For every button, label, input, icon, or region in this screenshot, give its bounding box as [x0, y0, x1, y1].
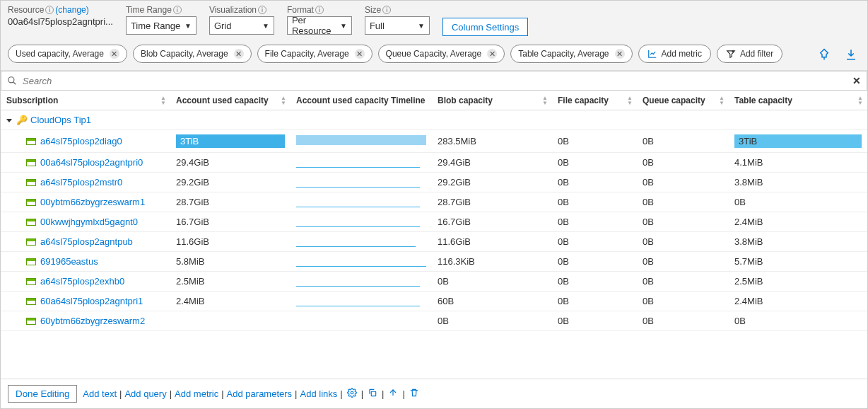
add-metric-link[interactable]: Add metric	[175, 388, 218, 399]
storage-icon	[26, 219, 36, 226]
col-file[interactable]: File capacity▲▼	[552, 91, 637, 110]
remove-pill-button[interactable]: ✕	[487, 49, 497, 59]
visualization-select[interactable]: Grid▼	[209, 16, 274, 35]
remove-pill-button[interactable]: ✕	[110, 49, 119, 59]
resource-cell[interactable]: 60a64sl75plosp2agntpri1	[6, 296, 165, 306]
pill-label: Table Capacity, Average	[518, 49, 609, 59]
time-range-filter: Time Rangei Time Range▼	[126, 5, 197, 35]
metric-pill[interactable]: Queue Capacity, Average✕	[378, 45, 505, 63]
used-capacity-cell: 29.4GiB	[176, 157, 209, 168]
size-select[interactable]: Full▼	[365, 16, 430, 35]
resource-link[interactable]: a64sl75plosp2exhb0	[40, 276, 124, 287]
chevron-down-icon: ▼	[340, 22, 347, 30]
table-capacity-cell: 2.5MiB	[734, 276, 763, 287]
col-table[interactable]: Table capacity▲▼	[729, 91, 867, 110]
resource-cell[interactable]: a64sl75plosp2diag0	[6, 136, 165, 146]
resource-link[interactable]: 691965eastus	[40, 256, 98, 267]
queue-capacity-cell: 0B	[643, 316, 654, 326]
resource-cell[interactable]: 00ybtm66zbygrzeswarm1	[6, 197, 165, 207]
resource-link[interactable]: a64sl75plosp2mstr0	[40, 177, 122, 188]
resource-cell[interactable]: a64sl75plosp2mstr0	[6, 177, 165, 188]
settings-button[interactable]	[346, 386, 358, 401]
resource-cell[interactable]: a64sl75plosp2agntpub	[6, 236, 165, 247]
add-text-link[interactable]: Add text	[83, 388, 117, 399]
group-name: CloudOps Tip1	[30, 115, 91, 125]
time-range-select[interactable]: Time Range▼	[126, 16, 197, 35]
queue-capacity-cell: 0B	[643, 276, 654, 287]
group-row[interactable]: 🔑CloudOps Tip1	[1, 110, 867, 130]
svg-rect-2	[371, 391, 375, 396]
resource-cell[interactable]: 00kwwjhgymlxd5gagnt0	[6, 217, 165, 227]
table-capacity-cell: 3.8MiB	[734, 177, 763, 188]
storage-icon	[26, 318, 36, 325]
file-capacity-cell: 0B	[558, 177, 569, 188]
col-used-capacity[interactable]: Account used capacity▲▼	[170, 91, 291, 110]
pill-label: Queue Capacity, Average	[386, 49, 482, 59]
blob-capacity-cell: 0B	[438, 276, 449, 287]
resource-value: 00a64sl75plosp2agntpri...	[8, 16, 113, 27]
delete-button[interactable]	[408, 386, 421, 401]
file-capacity-cell: 0B	[558, 296, 569, 306]
timeline-cell	[296, 179, 420, 188]
storage-icon	[26, 258, 36, 265]
metric-pill[interactable]: Blob Capacity, Average✕	[133, 45, 252, 63]
resource-link[interactable]: 60a64sl75plosp2agntpri1	[40, 296, 143, 306]
blob-capacity-cell: 16.7GiB	[438, 217, 471, 227]
file-capacity-cell: 0B	[558, 316, 569, 326]
table-row: 60ybtm66zbygrzeswarm2 0B 0B 0B 0B	[1, 311, 867, 331]
used-capacity-cell: 5.8MiB	[176, 256, 204, 267]
pin-button[interactable]	[815, 45, 833, 66]
col-timeline[interactable]: Account used capacity Timeline	[291, 91, 432, 110]
remove-pill-button[interactable]: ✕	[234, 49, 244, 59]
storage-icon	[26, 278, 36, 285]
add-metric-button[interactable]: Add metric	[638, 45, 711, 63]
blob-capacity-cell: 29.4GiB	[438, 157, 471, 168]
pill-label: Used capacity, Average	[16, 49, 104, 59]
resource-link[interactable]: a64sl75plosp2agntpub	[40, 236, 133, 247]
copy-button[interactable]	[366, 386, 379, 401]
queue-capacity-cell: 0B	[643, 177, 654, 188]
col-subscription[interactable]: Subscription▲▼	[1, 91, 170, 110]
resource-link[interactable]: 00a64sl75plosp2agntpri0	[40, 157, 143, 168]
metric-pill[interactable]: Table Capacity, Average✕	[510, 45, 632, 63]
col-blob[interactable]: Blob capacity▲▼	[432, 91, 552, 110]
table-capacity-cell: 2.4MiB	[734, 296, 763, 306]
clear-search-button[interactable]: ✕	[852, 75, 861, 86]
remove-pill-button[interactable]: ✕	[615, 49, 625, 59]
resource-link[interactable]: a64sl75plosp2diag0	[40, 136, 122, 146]
resource-cell[interactable]: a64sl75plosp2exhb0	[6, 276, 165, 287]
metric-pill[interactable]: File Capacity, Average✕	[257, 45, 373, 63]
svg-point-1	[351, 391, 353, 394]
add-links-link[interactable]: Add links	[300, 388, 338, 399]
move-up-button[interactable]	[387, 386, 399, 401]
resource-link[interactable]: 00ybtm66zbygrzeswarm1	[40, 197, 145, 207]
resource-link[interactable]: 60ybtm66zbygrzeswarm2	[40, 316, 145, 326]
search-input[interactable]	[23, 76, 847, 86]
table-row: 00kwwjhgymlxd5gagnt0 16.7GiB 16.7GiB 0B …	[1, 212, 867, 232]
resource-cell[interactable]: 60ybtm66zbygrzeswarm2	[6, 316, 165, 326]
remove-pill-button[interactable]: ✕	[355, 49, 365, 59]
sort-icon: ▲▼	[719, 96, 725, 105]
column-settings-button[interactable]: Column Settings	[442, 18, 528, 36]
pill-label: Blob Capacity, Average	[141, 49, 228, 59]
format-select[interactable]: Per Resource▼	[287, 16, 352, 35]
change-resource-link[interactable]: (change)	[55, 5, 88, 15]
resource-cell[interactable]: 691965eastus	[6, 256, 165, 267]
table-row: a64sl75plosp2exhb0 2.5MiB 0B 0B 0B 2.5Mi…	[1, 272, 867, 292]
add-filter-button[interactable]: Add filter	[717, 45, 782, 63]
sort-icon: ▲▼	[160, 96, 166, 105]
blob-capacity-cell: 11.6GiB	[438, 236, 471, 247]
info-icon: i	[315, 6, 324, 14]
done-editing-button[interactable]: Done Editing	[8, 385, 77, 403]
resource-cell[interactable]: 00a64sl75plosp2agntpri0	[6, 157, 165, 168]
download-button[interactable]	[842, 45, 860, 66]
col-queue[interactable]: Queue capacity▲▼	[637, 91, 729, 110]
add-query-link[interactable]: Add query	[124, 388, 166, 399]
timeline-cell	[296, 159, 420, 168]
blob-capacity-cell: 60B	[438, 296, 454, 306]
storage-icon	[26, 159, 36, 166]
add-parameters-link[interactable]: Add parameters	[227, 388, 293, 399]
metric-pill[interactable]: Used capacity, Average✕	[8, 45, 127, 63]
resource-link[interactable]: 00kwwjhgymlxd5gagnt0	[40, 217, 138, 227]
timeline-cell	[296, 278, 420, 287]
